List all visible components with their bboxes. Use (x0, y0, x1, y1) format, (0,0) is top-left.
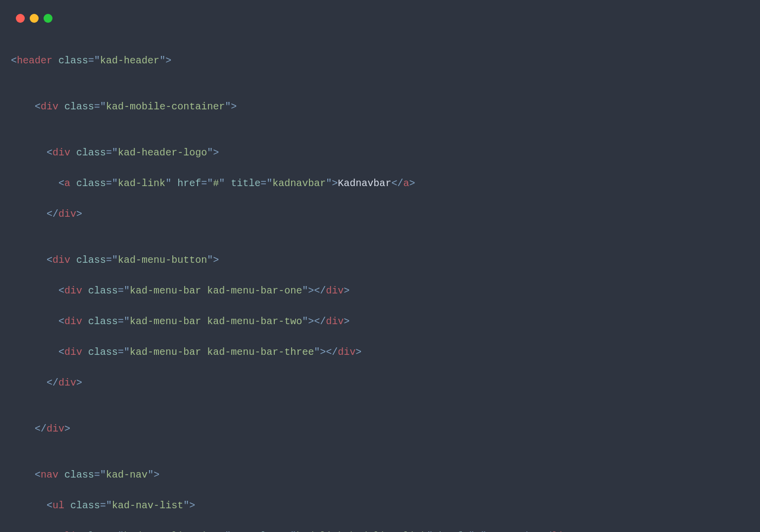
code-line: <a class="kad-link" href="#" title="kadn… (11, 176, 749, 191)
code-line: <nav class="kad-nav"> (11, 467, 749, 483)
code-line: </div> (11, 375, 749, 390)
code-window: <header class="kad-header"> <div class="… (0, 0, 760, 532)
window-zoom-button[interactable] (44, 14, 52, 23)
code-line: <div class="kad-header-logo"> (11, 145, 749, 160)
code-line: <div class="kad-menu-bar kad-menu-bar-tw… (11, 314, 749, 329)
code-line: <li class="kad-nav-list-item"><a class="… (11, 529, 749, 532)
code-line: <div class="kad-menu-bar kad-menu-bar-on… (11, 283, 749, 298)
code-editor[interactable]: <header class="kad-header"> <div class="… (0, 27, 760, 532)
code-line: </div> (11, 206, 749, 222)
window-titlebar (0, 0, 760, 27)
window-minimize-button[interactable] (30, 14, 39, 23)
window-close-button[interactable] (16, 14, 25, 23)
code-line: <header class="kad-header"> (11, 53, 749, 68)
code-line: </div> (11, 421, 749, 436)
code-line: <div class="kad-mobile-container"> (11, 99, 749, 114)
code-line: <div class="kad-menu-button"> (11, 252, 749, 268)
code-line: <div class="kad-menu-bar kad-menu-bar-th… (11, 344, 749, 360)
code-line: <ul class="kad-nav-list"> (11, 498, 749, 513)
